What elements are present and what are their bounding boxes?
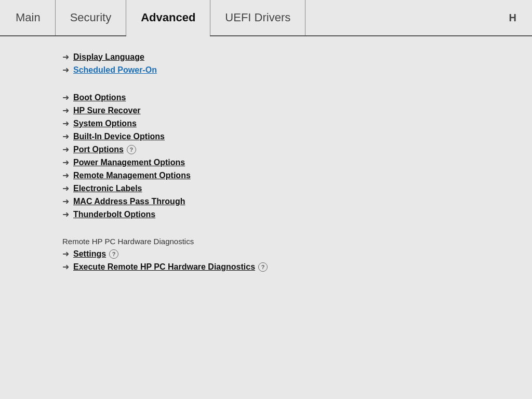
arrow-icon: ➜ [62, 170, 69, 180]
menu-item-power-management-options[interactable]: ➜ Power Management Options [62, 157, 470, 167]
arrow-icon: ➜ [62, 105, 69, 115]
menu-link-display-language[interactable]: Display Language [73, 52, 144, 62]
arrow-icon: ➜ [62, 209, 69, 219]
tab-uefi-drivers[interactable]: UEFI Drivers [210, 0, 305, 35]
arrow-icon: ➜ [62, 157, 69, 167]
tab-bar: Main Security Advanced UEFI Drivers H [0, 0, 532, 36]
menu-item-remote-management-options[interactable]: ➜ Remote Management Options [62, 170, 470, 180]
menu-item-scheduled-power-on[interactable]: ➜ Scheduled Power-On [62, 65, 470, 75]
bios-screen: Main Security Advanced UEFI Drivers H ➜ … [0, 0, 532, 399]
menu-item-electronic-labels[interactable]: ➜ Electronic Labels [62, 183, 470, 193]
menu-link-thunderbolt-options[interactable]: Thunderbolt Options [73, 210, 155, 219]
menu-item-mac-address-pass-through[interactable]: ➜ MAC Address Pass Through [62, 196, 470, 206]
right-label: H [509, 12, 516, 24]
tab-advanced-label: Advanced [141, 11, 195, 24]
help-icon-execute-remote[interactable]: ? [258, 262, 268, 272]
menu-item-thunderbolt-options[interactable]: ➜ Thunderbolt Options [62, 209, 470, 219]
menu-link-scheduled-power-on[interactable]: Scheduled Power-On [73, 65, 157, 75]
menu-link-system-options[interactable]: System Options [73, 119, 137, 128]
arrow-icon: ➜ [62, 144, 69, 154]
menu-item-hp-sure-recover[interactable]: ➜ HP Sure Recover [62, 105, 470, 115]
menu-item-built-in-device-options[interactable]: ➜ Built-In Device Options [62, 131, 470, 141]
menu-item-settings[interactable]: ➜ Settings ? [62, 249, 470, 259]
menu-link-execute-remote-diagnostics[interactable]: Execute Remote HP PC Hardware Diagnostic… [73, 262, 255, 272]
tab-advanced[interactable]: Advanced [126, 0, 210, 35]
menu-link-built-in-device-options[interactable]: Built-In Device Options [73, 132, 165, 141]
arrow-icon: ➜ [62, 249, 69, 259]
menu-item-execute-remote-diagnostics[interactable]: ➜ Execute Remote HP PC Hardware Diagnost… [62, 262, 470, 272]
menu-link-remote-management-options[interactable]: Remote Management Options [73, 171, 191, 180]
tab-main-label: Main [16, 11, 41, 24]
arrow-icon: ➜ [62, 65, 69, 75]
arrow-icon: ➜ [62, 183, 69, 193]
section-label-remote-diagnostics: Remote HP PC Hardware Diagnostics [62, 237, 470, 246]
menu-link-power-management-options[interactable]: Power Management Options [73, 158, 185, 167]
help-icon-port-options[interactable]: ? [127, 145, 136, 154]
arrow-icon: ➜ [62, 196, 69, 206]
menu-item-display-language[interactable]: ➜ Display Language [62, 52, 470, 62]
menu-group-3: Remote HP PC Hardware Diagnostics ➜ Sett… [62, 237, 470, 272]
tab-security-label: Security [70, 11, 111, 24]
arrow-icon: ➜ [62, 92, 69, 102]
menu-link-port-options[interactable]: Port Options [73, 145, 124, 154]
help-icon-settings[interactable]: ? [109, 249, 118, 259]
arrow-icon: ➜ [62, 52, 69, 62]
tab-uefi-drivers-label: UEFI Drivers [225, 11, 290, 24]
menu-group-1: ➜ Display Language ➜ Scheduled Power-On [62, 52, 470, 75]
menu-item-port-options[interactable]: ➜ Port Options ? [62, 144, 470, 154]
content-area: ➜ Display Language ➜ Scheduled Power-On … [0, 36, 532, 399]
arrow-icon: ➜ [62, 118, 69, 128]
menu-link-electronic-labels[interactable]: Electronic Labels [73, 184, 142, 193]
tab-security[interactable]: Security [56, 0, 126, 35]
menu-link-hp-sure-recover[interactable]: HP Sure Recover [73, 106, 141, 115]
arrow-icon: ➜ [62, 131, 69, 141]
arrow-icon: ➜ [62, 262, 69, 272]
menu-item-system-options[interactable]: ➜ System Options [62, 118, 470, 128]
menu-link-mac-address-pass-through[interactable]: MAC Address Pass Through [73, 197, 185, 206]
tab-main[interactable]: Main [16, 0, 56, 35]
menu-group-2: ➜ Boot Options ➜ HP Sure Recover ➜ Syste… [62, 92, 470, 219]
menu-link-settings[interactable]: Settings [73, 249, 106, 259]
menu-item-boot-options[interactable]: ➜ Boot Options [62, 92, 470, 102]
menu-link-boot-options[interactable]: Boot Options [73, 93, 126, 102]
